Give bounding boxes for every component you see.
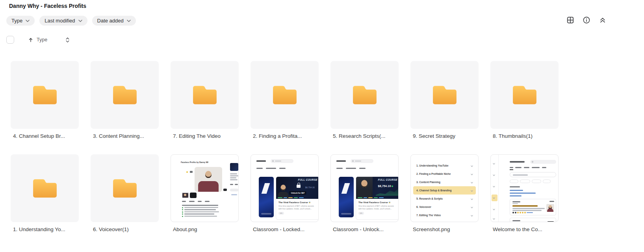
mini-nav-tab: [524, 167, 529, 168]
grid-item: 1. Understanding Yo...: [11, 154, 79, 232]
image-file-card[interactable]: FULL COURSE $8,754.10 The Viral Faceless…: [330, 154, 399, 222]
select-all-checkbox[interactable]: [6, 36, 14, 44]
image-file-card[interactable]: [490, 154, 559, 222]
mini-nav-tab: [359, 168, 366, 169]
folder-card[interactable]: [410, 61, 479, 129]
mini-nav-tab: [542, 167, 546, 168]
mini-expand-icon: [223, 189, 227, 191]
mini-nav-tab: [256, 168, 263, 169]
grid-item: FULL COURSE $8,754.30 Unlock for $67 The…: [251, 154, 319, 232]
mini-reaction-dot: [524, 212, 526, 213]
mini-author-name: [512, 201, 520, 202]
mini-page-title: Faceless Profits by Danny Why: [181, 161, 208, 163]
folder-card[interactable]: [251, 61, 319, 129]
mini-check-line: [182, 216, 217, 217]
about-thumbnail: Faceless Profits by Danny Why: [171, 155, 238, 222]
sort-bar: Type: [6, 35, 70, 44]
mini-caption-segment: [294, 197, 298, 198]
mini-course-cover: FULL COURSE $8,754.10: [356, 177, 399, 199]
mini-nav-tab: [266, 168, 276, 169]
mini-post-text: [512, 210, 542, 211]
mini-nav-tab: [346, 168, 356, 169]
mini-face: [281, 185, 286, 191]
mini-write-box: [510, 172, 556, 177]
sort-by-control[interactable]: Type: [28, 37, 47, 43]
mini-search-bar: [271, 159, 293, 163]
folder-card[interactable]: [171, 61, 239, 129]
folder-card[interactable]: [91, 61, 159, 129]
mini-course-info: The Viral Faceless Course One-time payme…: [356, 199, 399, 215]
chevron-down-icon: [471, 181, 473, 183]
folder-card[interactable]: [11, 154, 79, 222]
file-name: 1. Understanding Yo...: [13, 226, 79, 232]
mini-author-name: [512, 220, 520, 221]
mini-progress-pill: 0%: [278, 212, 284, 215]
collapse-all-button[interactable]: [598, 16, 607, 24]
chevron-down-icon: [471, 214, 473, 217]
filter-last-modified-button[interactable]: Last modified: [39, 16, 87, 26]
chevron-down-icon: [78, 20, 82, 22]
folder-card[interactable]: [490, 61, 559, 129]
mini-caption-segment: [284, 197, 287, 198]
filter-date-added-button[interactable]: Date added: [92, 16, 136, 26]
folder-icon: [272, 84, 298, 106]
mini-check-line: [182, 209, 216, 210]
mini-sidebar-stat: [235, 184, 238, 185]
mini-caption-segment: [278, 197, 282, 198]
mini-post-text: [512, 208, 545, 209]
mini-meta-text: [182, 201, 186, 202]
grid-item: 9. Secret Strategy: [410, 61, 479, 139]
mini-nav-tab: [279, 168, 286, 169]
file-name: 3. Content Planning...: [93, 133, 159, 139]
grid-item: 7. Editing The Video: [171, 61, 239, 139]
mini-cover-caption: [358, 197, 398, 198]
mini-filter-pill: [532, 180, 541, 183]
grid-item: Welcome to the Co...: [490, 154, 559, 232]
mini-revenue-text: $8,754.30: [305, 186, 315, 189]
classroom-locked-thumbnail: FULL COURSE $8,754.30 Unlock for $67 The…: [251, 155, 318, 222]
page-title: Danny Why - Faceless Profits: [9, 3, 86, 9]
folder-icon: [112, 178, 138, 199]
chevron-down-icon: [127, 20, 131, 22]
mini-community-name: [510, 161, 525, 163]
sort-direction-toggle[interactable]: [65, 37, 70, 43]
search-icon: [532, 161, 533, 163]
mini-course-title: The Viral Faceless Course: [358, 201, 397, 204]
view-controls: [566, 16, 607, 24]
mini-module-row: 5. Research & Scripts: [413, 195, 476, 203]
mini-active-tab-underline: [510, 169, 513, 170]
folder-card[interactable]: [330, 61, 399, 129]
chevron-down-icon: [471, 189, 473, 192]
mini-meta-text: [205, 201, 210, 202]
folder-card[interactable]: [91, 154, 159, 222]
mini-status-dot: [186, 171, 188, 173]
mini-caption-segment: [299, 197, 304, 198]
mini-classroom-body: FULL COURSE $8,754.30 Unlock for $67 The…: [251, 175, 318, 219]
mini-community-name: [256, 160, 266, 162]
info-button[interactable]: [582, 16, 591, 24]
mini-face: [361, 180, 367, 187]
mini-sidebar-text: [230, 177, 236, 178]
image-file-card[interactable]: FULL COURSE $8,754.30 Unlock for $67 The…: [251, 154, 319, 222]
mini-pinned-link: [510, 190, 523, 191]
image-file-card[interactable]: 1. Understanding YouTube 2. Finding a Pr…: [410, 154, 479, 222]
file-name: 9. Secret Strategy: [413, 133, 479, 139]
file-name: Classroom - Locked...: [253, 226, 319, 232]
search-icon: [272, 160, 274, 162]
grid-item: 8. Thumbnails(1): [490, 61, 559, 139]
mini-post-thumb: [546, 204, 554, 212]
image-file-card[interactable]: Faceless Profits by Danny Why: [171, 154, 239, 222]
mini-filter-pill: [510, 180, 518, 183]
mini-course-cover: FULL COURSE $8,754.30 Unlock for $67: [276, 177, 319, 199]
mini-course-desc: One-time payment of $67. Lifetime access…: [278, 205, 316, 210]
mini-caption-segment: [374, 197, 378, 198]
mini-creator-photo: [195, 167, 222, 192]
mini-course-card-partial: [339, 177, 354, 217]
filter-type-button[interactable]: Type: [6, 16, 35, 26]
folder-card[interactable]: [11, 61, 79, 129]
mini-post-card: [510, 199, 556, 215]
mini-revenue-text: $8,754.10: [378, 185, 393, 187]
grid-view-button[interactable]: [566, 16, 575, 24]
mini-search-bar: [530, 160, 556, 164]
mini-filter-pill: [520, 180, 530, 183]
